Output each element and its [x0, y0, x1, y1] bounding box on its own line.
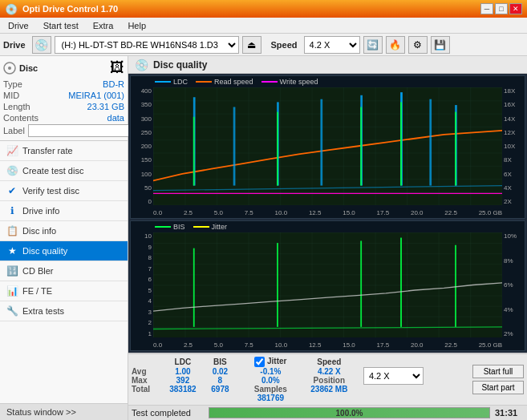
disc-quality-header-icon: 💿	[135, 59, 148, 71]
progress-row: Test completed 100.0% 31:31	[128, 405, 527, 420]
chart1-y-axis-right: 18X 16X 14X 12X 10X 8X 6X 4X 2X	[502, 87, 525, 205]
avg-label: Avg	[132, 367, 160, 376]
nav-transfer-rate-label: Transfer rate	[22, 146, 73, 155]
disc-image-btn[interactable]: 🖼	[110, 59, 124, 76]
svg-rect-21	[360, 241, 362, 327]
svg-rect-13	[277, 112, 278, 186]
verify-test-disc-icon: ✔	[6, 185, 18, 196]
disc-contents-val: data	[107, 113, 124, 123]
disc-panel: Disc 🖼 Type BD-R MID MEIRA1 (001) Length…	[0, 56, 128, 141]
nav-disc-quality-label: Disc quality	[22, 246, 67, 256]
fe-te-icon: 📊	[6, 285, 18, 297]
svg-point-1	[8, 67, 11, 70]
chart-bis: 10 9 8 7 6 5 4 3 2 1 10% 8% 6% 4%	[130, 220, 525, 351]
progress-percent: 100.0%	[336, 409, 363, 418]
jitter-checkbox-cell[interactable]: Jitter	[243, 357, 298, 367]
speed-val: 4.22 X	[298, 367, 360, 376]
minimize-button[interactable]: ─	[480, 3, 493, 14]
legend-write-speed: Write speed	[261, 78, 318, 86]
create-test-disc-icon: 💿	[6, 165, 18, 176]
svg-rect-12	[193, 117, 195, 186]
close-button[interactable]: ✕	[509, 3, 522, 14]
extra-tests-icon: 🔧	[6, 305, 18, 317]
disc-length-val: 23.31 GB	[87, 102, 124, 111]
menu-help[interactable]: Help	[123, 19, 151, 32]
settings-button[interactable]: ⚙	[408, 36, 428, 54]
svg-rect-22	[400, 238, 402, 327]
speed-label: Speed	[271, 40, 298, 50]
save-button[interactable]: 💾	[431, 36, 450, 54]
chart-ldc: 400 350 300 250 200 150 100 50 0 18X 16X…	[130, 75, 525, 219]
content-header: 💿 Disc quality	[128, 56, 527, 74]
charts-area: 400 350 300 250 200 150 100 50 0 18X 16X…	[128, 74, 527, 353]
drive-select[interactable]: (H:) HL-DT-ST BD-RE WH16NS48 1.D3	[55, 36, 239, 54]
speed-header-label: Speed	[298, 357, 360, 367]
content-header-title: Disc quality	[153, 59, 207, 71]
svg-rect-14	[360, 107, 362, 186]
cd-bler-icon: 🔢	[6, 265, 18, 277]
jitter-checkbox[interactable]	[254, 357, 265, 367]
nav-drive-info[interactable]: ℹ Drive info	[0, 201, 128, 221]
eject-button[interactable]: ⏏	[242, 36, 261, 54]
status-window-label: Status window >>	[6, 407, 76, 417]
svg-rect-20	[277, 243, 278, 327]
speed-select[interactable]: 4.2 X	[304, 36, 360, 54]
disc-type-label: Type	[3, 79, 22, 89]
chart2-svg	[153, 232, 502, 337]
maximize-button[interactable]: □	[495, 3, 508, 14]
menu-bar: Drive Start test Extra Help	[0, 18, 527, 34]
sidebar: Disc 🖼 Type BD-R MID MEIRA1 (001) Length…	[0, 56, 128, 420]
avg-bis: 0.02	[205, 367, 235, 376]
chart1-x-axis: 0.0 2.5 5.0 7.5 10.0 12.5 15.0 17.5 20.0…	[153, 209, 502, 216]
svg-rect-5	[233, 107, 236, 186]
legend-bis: BIS	[155, 223, 185, 231]
app-title: Opti Drive Control 1.70	[22, 4, 118, 14]
ldc-header: LDC	[160, 357, 205, 367]
nav-disc-info[interactable]: 📋 Disc info	[0, 221, 128, 241]
burn-button[interactable]: 🔥	[386, 36, 405, 54]
nav-transfer-rate[interactable]: 📈 Transfer rate	[0, 141, 128, 161]
nav-disc-info-label: Disc info	[22, 226, 56, 236]
nav-cd-bler-label: CD Bler	[22, 266, 54, 276]
refresh-button[interactable]: 🔄	[363, 36, 383, 54]
nav-cd-bler[interactable]: 🔢 CD Bler	[0, 261, 128, 281]
drive-bar: Drive 💿 (H:) HL-DT-ST BD-RE WH16NS48 1.D…	[0, 34, 527, 56]
disc-type-val: BD-R	[103, 79, 124, 89]
disc-mid-val: MEIRA1 (001)	[68, 91, 124, 100]
nav-items: 📈 Transfer rate 💿 Create test disc ✔ Ver…	[0, 141, 128, 403]
legend-jitter: Jitter	[193, 223, 228, 231]
chart1-legend: LDC Read speed Write speed	[155, 78, 318, 86]
disc-label-input[interactable]	[28, 124, 135, 137]
disc-panel-title: Disc	[19, 63, 38, 73]
menu-drive[interactable]: Drive	[3, 19, 34, 32]
menu-extra[interactable]: Extra	[88, 19, 119, 32]
transfer-rate-icon: 📈	[6, 145, 18, 156]
stats-area: LDC BIS Jitter Speed Avg	[128, 354, 469, 405]
start-part-button[interactable]: Start part	[472, 381, 524, 394]
menu-start-test[interactable]: Start test	[39, 19, 83, 32]
chart1-svg	[153, 87, 502, 205]
drive-icon-btn[interactable]: 💿	[32, 36, 51, 54]
nav-create-test-disc[interactable]: 💿 Create test disc	[0, 161, 128, 181]
svg-rect-10	[429, 99, 432, 186]
nav-create-test-disc-label: Create test disc	[22, 166, 83, 176]
nav-fe-te-label: FE / TE	[22, 286, 52, 296]
status-window-button[interactable]: Status window >>	[0, 403, 128, 420]
nav-extra-tests[interactable]: 🔧 Extra tests	[0, 301, 128, 321]
nav-verify-test-disc[interactable]: ✔ Verify test disc	[0, 181, 128, 201]
disc-contents-label: Contents	[3, 113, 39, 123]
title-bar: 💿 Opti Drive Control 1.70 ─ □ ✕	[0, 0, 527, 18]
bis-header: BIS	[205, 357, 235, 367]
speed-dropdown[interactable]: 4.2 X	[363, 367, 424, 385]
status-label: Test completed	[132, 408, 204, 418]
position-label: Position	[298, 376, 360, 385]
nav-extra-tests-label: Extra tests	[22, 306, 64, 316]
nav-disc-quality[interactable]: ★ Disc quality	[0, 241, 128, 261]
jitter-header-label: Jitter	[267, 357, 286, 365]
nav-verify-test-disc-label: Verify test disc	[22, 186, 79, 196]
legend-read-speed: Read speed	[196, 78, 253, 86]
chart2-legend: BIS Jitter	[155, 223, 227, 231]
nav-fe-te[interactable]: 📊 FE / TE	[0, 281, 128, 301]
svg-rect-19	[193, 248, 195, 327]
start-full-button[interactable]: Start full	[472, 365, 524, 378]
